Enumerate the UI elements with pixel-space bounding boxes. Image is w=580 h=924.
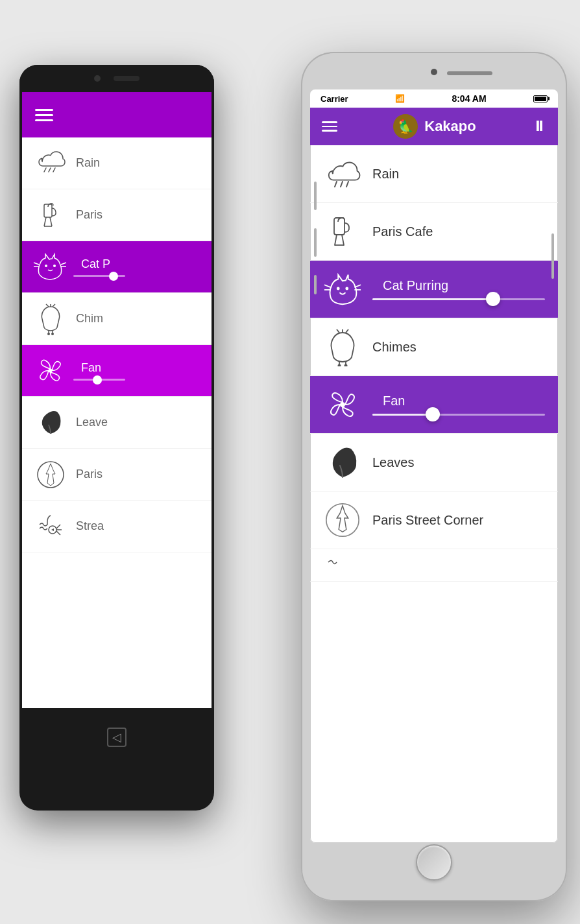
fan-thumb[interactable] (426, 407, 440, 421)
sound-item-chimes[interactable]: Chimes (310, 318, 558, 376)
android-screen: Rain Paris (22, 92, 211, 708)
svg-point-19 (38, 462, 64, 488)
android-menu-icon[interactable] (35, 109, 53, 121)
app-name-label: Kakapo (424, 118, 476, 135)
android-camera (94, 75, 101, 82)
avatar: 🦜 (393, 114, 418, 139)
iphone-power-button (551, 233, 554, 279)
android-list-item[interactable]: Paris (22, 449, 211, 501)
svg-line-24 (335, 182, 337, 187)
android-stream-label: Strea (76, 519, 104, 533)
android-fan-label: Fan (81, 361, 201, 375)
svg-point-40 (338, 364, 341, 367)
app-header: 🦜 Kakapo ⏸ (310, 108, 558, 145)
iphone: Carrier 📶 8:04 AM 🦜 Kakapo ⏸ (301, 52, 567, 901)
svg-point-17 (51, 333, 54, 335)
svg-point-42 (340, 402, 345, 407)
iphone-speaker (447, 71, 492, 75)
android-phone: Rain Paris (19, 65, 214, 811)
cat-purring-label: Cat Purring (383, 278, 545, 293)
rain-icon (32, 145, 68, 181)
svg-point-5 (45, 265, 47, 267)
carrier-label: Carrier (320, 94, 348, 104)
android-leaves-label: Leave (76, 416, 108, 429)
android-list-item[interactable]: Paris (22, 189, 211, 241)
svg-line-13 (53, 304, 55, 307)
android-cat-purring-label: Cat P (81, 257, 201, 271)
android-list-item[interactable]: Rain (22, 137, 211, 189)
sound-item-paris-street[interactable]: Paris Street Corner (310, 492, 558, 549)
paris-street-sound-icon (323, 501, 362, 539)
leaves-icon (32, 405, 68, 440)
fan-slider[interactable]: Fan (372, 394, 545, 416)
svg-line-9 (61, 263, 66, 265)
svg-line-7 (34, 263, 39, 265)
android-list-item[interactable]: Strea (22, 501, 211, 552)
leaves-sound-icon (323, 443, 362, 482)
pause-button[interactable]: ⏸ (532, 118, 546, 135)
svg-line-2 (53, 168, 55, 172)
svg-line-1 (49, 168, 51, 172)
android-list-item[interactable]: Chim (22, 293, 211, 345)
svg-line-36 (337, 329, 339, 333)
status-bar: Carrier 📶 8:04 AM (310, 89, 558, 108)
android-bottom-bar: ◁ (19, 708, 214, 766)
svg-point-18 (49, 369, 53, 373)
svg-point-6 (53, 265, 56, 267)
sound-item-fan[interactable]: Fan (310, 376, 558, 434)
battery-icon (533, 95, 548, 102)
android-list-item[interactable]: Leave (22, 397, 211, 449)
sound-item-rain[interactable]: Rain (310, 145, 558, 203)
svg-line-12 (46, 304, 49, 307)
svg-point-41 (344, 364, 348, 367)
svg-line-25 (341, 182, 343, 187)
status-indicators (533, 95, 548, 102)
fan-sound-icon (323, 385, 362, 424)
svg-line-23 (56, 531, 60, 535)
sound-list: Rain Paris Cafe (310, 145, 558, 843)
android-list-item-active[interactable]: Fan (22, 345, 211, 397)
chimes-icon (32, 301, 68, 337)
svg-line-37 (346, 329, 348, 333)
svg-line-0 (44, 168, 46, 172)
cat-purring-sound-icon (323, 270, 362, 309)
paris-street-label: Paris Street Corner (372, 513, 483, 528)
sound-item-leaves[interactable]: Leaves (310, 434, 558, 492)
svg-point-29 (337, 287, 340, 290)
android-paris-cafe-label: Paris (76, 208, 103, 222)
paris-eiffel-icon (32, 456, 68, 492)
android-app-header (22, 92, 211, 137)
iphone-bottom (416, 843, 452, 882)
menu-button[interactable] (322, 121, 337, 132)
sound-item-paris-cafe[interactable]: Paris Cafe (310, 203, 558, 261)
android-list-item-active[interactable]: Cat P (22, 241, 211, 293)
svg-line-21 (56, 525, 60, 528)
android-rain-label: Rain (76, 156, 100, 170)
fan-icon (32, 353, 68, 388)
chimes-sound-icon (323, 327, 362, 366)
stream-sound-icon (323, 552, 362, 578)
sound-item-cat-purring[interactable]: Cat Purring (310, 261, 558, 318)
app-title: 🦜 Kakapo (393, 114, 476, 139)
svg-rect-27 (334, 218, 344, 235)
cat-purring-slider[interactable]: Cat Purring (372, 278, 545, 300)
stream-icon (32, 508, 68, 544)
cat-purring-icon (32, 249, 68, 285)
chimes-label: Chimes (372, 340, 417, 355)
home-button[interactable] (416, 844, 452, 881)
iphone-top-bar (310, 64, 558, 89)
android-back-button[interactable]: ◁ (107, 728, 127, 747)
paris-cafe-label: Paris Cafe (372, 224, 433, 239)
android-paris-label: Paris (76, 468, 103, 481)
android-speaker (114, 76, 139, 81)
svg-line-31 (324, 285, 331, 287)
cat-purring-thumb[interactable] (486, 292, 500, 306)
rain-label: Rain (372, 167, 399, 182)
svg-point-30 (345, 287, 348, 290)
svg-point-16 (47, 333, 50, 335)
leaves-label: Leaves (372, 455, 415, 470)
time-label: 8:04 AM (452, 93, 486, 104)
iphone-camera (431, 69, 437, 75)
svg-line-26 (346, 182, 348, 187)
sound-item-stream[interactable] (310, 549, 558, 582)
